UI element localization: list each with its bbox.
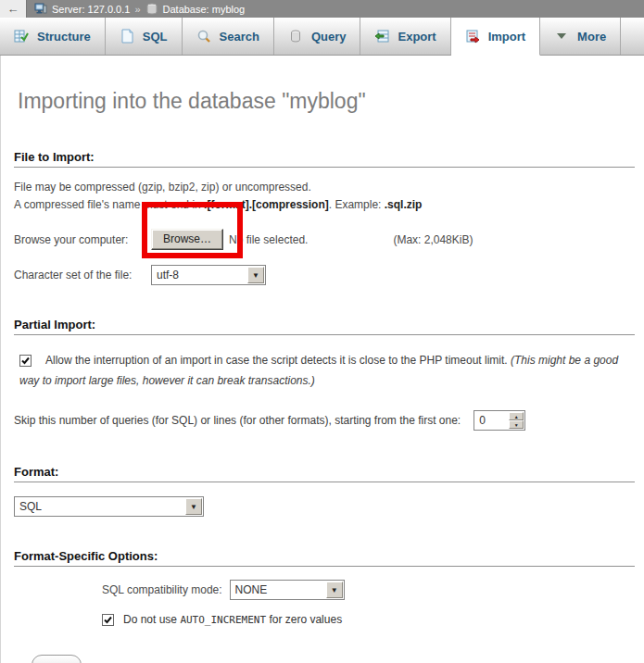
left-arrow-icon: ← [7,2,19,16]
chevron-down-icon: ▼ [247,267,264,283]
sql-compatibility-row: SQL compatibility mode: NONE ▼ [102,580,638,600]
chevron-down-icon: ▼ [185,498,202,515]
browse-row: Browse your computer: Browse… No file se… [14,229,638,250]
breadcrumb-separator: » [134,4,140,15]
auto-increment-text: Do not use AUTO_INCREMENT for zero value… [123,613,342,626]
chevron-down-icon [554,29,569,44]
chevron-down-icon: ▼ [326,582,343,598]
tab-label: Query [311,30,347,44]
partial-import-section: Partial Import: Allow the interruption o… [14,318,638,431]
allow-interruption-checkbox[interactable] [19,355,32,367]
tab-label: Search [220,30,259,44]
file-to-import-section: File to Import: File may be compressed (… [14,150,638,285]
sql-compatibility-select[interactable]: NONE ▼ [230,580,345,600]
partial-import-heading: Partial Import: [14,318,635,335]
charset-select-value: utf-8 [152,269,179,281]
spinner-buttons: ▲▼ [509,412,524,429]
allow-interruption-row: Allow the interruption of an import in c… [19,350,638,391]
breadcrumb-server-link[interactable]: Server: 127.0.0.1 [52,4,130,15]
format-select-value: SQL [15,500,42,513]
browse-label: Browse your computer: [14,233,151,246]
file-to-import-heading: File to Import: [14,150,635,168]
tab-query[interactable]: Query [274,18,361,55]
browse-button[interactable]: Browse… [151,229,223,250]
import-icon [465,29,480,44]
tab-search[interactable]: Search [183,18,274,55]
page-title: Importing into the database "myblog" [14,56,638,114]
search-icon [196,29,211,44]
compression-info-line1: File may be compressed (gzip, bzip2, zip… [14,180,638,195]
format-select[interactable]: SQL ▼ [14,496,204,517]
tab-more[interactable]: More [540,18,621,55]
breadcrumb: Server: 127.0.0.1 » Database: myblog [34,3,245,15]
database-icon [145,3,158,15]
breadcrumb-database-link[interactable]: Database: myblog [163,4,246,15]
breadcrumb-bar: ← Server: 127.0.0.1 » Database: myblog [0,0,644,18]
spin-down-button[interactable]: ▼ [509,420,524,429]
auto-increment-row: Do not use AUTO_INCREMENT for zero value… [102,613,638,626]
tab-structure[interactable]: Structure [0,18,106,55]
format-heading: Format: [14,465,635,482]
allow-interruption-text: Allow the interruption of an import in c… [45,354,511,367]
skip-queries-row: Skip this number of queries (for SQL) or… [14,410,638,431]
format-section: Format: SQL ▼ [14,465,638,517]
go-button[interactable]: Go [32,655,82,663]
no-file-selected-text: No file selected. [229,233,308,246]
max-upload-size: (Max: 2,048KiB) [393,233,473,246]
sql-compatibility-value: NONE [231,583,268,596]
tab-sql[interactable]: SQL [106,18,183,55]
charset-label: Character set of the file: [14,269,151,281]
skip-queries-value: 0 [474,411,486,430]
tab-bar: Structure SQL Search Query Export Import [0,18,644,56]
tab-label: Structure [37,30,91,44]
format-specific-options-section: Format-Specific Options: SQL compatibili… [14,549,638,626]
compression-info-line2: A compressed file's name must end in .[f… [14,197,638,213]
charset-select[interactable]: utf-8 ▼ [151,265,266,285]
tab-label: Import [488,30,525,44]
spin-up-button[interactable]: ▲ [509,412,524,420]
tab-label: SQL [143,30,168,44]
auto-increment-checkbox[interactable] [102,614,114,626]
back-button[interactable]: ← [0,0,27,18]
export-icon [374,29,389,44]
main-content: Importing into the database "myblog" Fil… [0,56,644,663]
tab-label: More [577,30,606,44]
sql-icon [120,29,134,44]
tab-label: Export [398,30,436,44]
server-icon [34,3,47,15]
charset-row: Character set of the file: utf-8 ▼ [14,265,638,285]
skip-queries-input[interactable]: 0 ▲▼ [474,410,525,431]
skip-queries-label: Skip this number of queries (for SQL) or… [14,414,461,427]
tab-import[interactable]: Import [451,18,540,56]
sql-compatibility-label: SQL compatibility mode: [102,583,222,596]
structure-icon [14,29,29,44]
tab-export[interactable]: Export [360,18,450,55]
query-icon [288,29,303,44]
format-specific-options-heading: Format-Specific Options: [14,549,635,567]
